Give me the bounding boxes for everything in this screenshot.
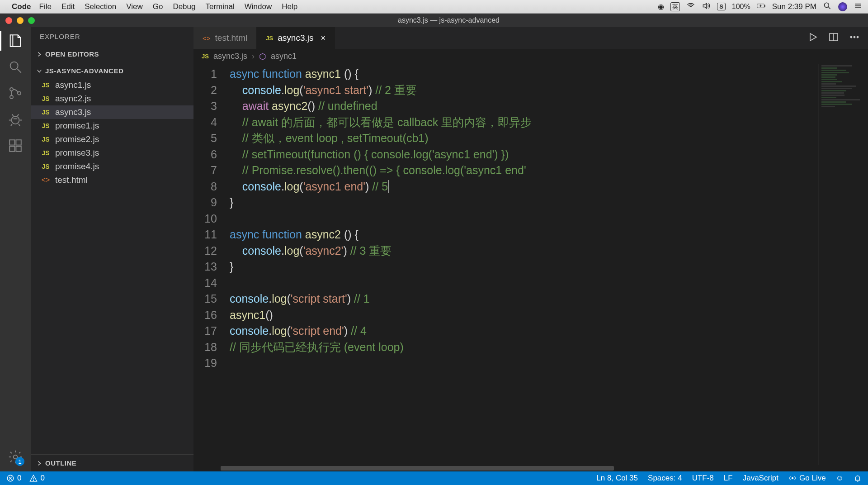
control-center-icon[interactable] bbox=[854, 1, 863, 12]
source-control-icon[interactable] bbox=[7, 85, 24, 101]
file-item[interactable]: JSpromise1.js bbox=[31, 119, 193, 133]
extensions-icon[interactable] bbox=[7, 138, 24, 154]
code-line[interactable]: async function async2 () { bbox=[230, 227, 868, 243]
minimize-window-button[interactable] bbox=[17, 17, 24, 24]
line-number[interactable]: 1 bbox=[193, 66, 217, 82]
line-number[interactable]: 5 bbox=[193, 130, 217, 147]
code-line[interactable]: console.log('async1 end') // 5 bbox=[230, 179, 868, 195]
line-number[interactable]: 13 bbox=[193, 259, 217, 275]
line-number[interactable]: 14 bbox=[193, 275, 217, 291]
warnings-button[interactable]: 0 bbox=[29, 474, 44, 483]
code-editor[interactable]: 12345678910111213141516171819 async func… bbox=[193, 64, 868, 465]
line-number[interactable]: 2 bbox=[193, 82, 217, 99]
line-number[interactable]: 3 bbox=[193, 98, 217, 114]
menu-debug[interactable]: Debug bbox=[173, 2, 195, 11]
battery-icon[interactable] bbox=[757, 1, 766, 12]
app-name[interactable]: Code bbox=[12, 2, 31, 11]
menu-window[interactable]: Window bbox=[245, 2, 272, 11]
go-live-button[interactable]: Go Live bbox=[788, 474, 826, 483]
close-window-button[interactable] bbox=[5, 17, 12, 24]
code-line[interactable]: // 类似，event loop , setTimeout(cb1) bbox=[230, 130, 868, 147]
menu-terminal[interactable]: Terminal bbox=[205, 2, 234, 11]
line-number[interactable]: 4 bbox=[193, 114, 217, 131]
project-section[interactable]: JS-ASYNC-ADVANCED bbox=[31, 65, 193, 76]
code-line[interactable]: await async2() // undefined bbox=[230, 98, 868, 114]
breadcrumb[interactable]: JS async3.js › ⬡ async1 bbox=[193, 49, 868, 64]
open-editors-section[interactable]: OPEN EDITORS bbox=[31, 48, 193, 60]
zoom-window-button[interactable] bbox=[28, 17, 35, 24]
tab[interactable]: JSasync3.js× bbox=[257, 27, 335, 49]
file-item[interactable]: JSpromise4.js bbox=[31, 160, 193, 173]
search-icon[interactable] bbox=[7, 59, 24, 75]
run-icon[interactable] bbox=[807, 32, 818, 44]
line-number[interactable]: 7 bbox=[193, 162, 217, 179]
debug-icon[interactable] bbox=[7, 111, 24, 128]
language-mode[interactable]: JavaScript bbox=[743, 474, 778, 483]
code-line[interactable]: // setTimeout(function () { console.log(… bbox=[230, 147, 868, 163]
settings-icon[interactable]: 1 bbox=[7, 449, 24, 465]
volume-icon[interactable] bbox=[702, 1, 711, 12]
line-number[interactable]: 8 bbox=[193, 179, 217, 195]
horizontal-scrollbar[interactable] bbox=[193, 465, 868, 471]
screenrec-icon[interactable]: ◉ bbox=[658, 2, 664, 11]
code-line[interactable] bbox=[230, 275, 868, 291]
code-line[interactable]: console.log('async2') // 3 重要 bbox=[230, 243, 868, 259]
menu-go[interactable]: Go bbox=[153, 2, 163, 11]
siri-icon[interactable] bbox=[838, 2, 847, 11]
spotlight-icon[interactable] bbox=[823, 1, 832, 12]
code-line[interactable]: async1() bbox=[230, 307, 868, 323]
explorer-icon[interactable] bbox=[7, 33, 24, 49]
line-number[interactable]: 6 bbox=[193, 147, 217, 163]
code-line[interactable]: // await 的后面，都可以看做是 callback 里的内容，即异步 bbox=[230, 114, 868, 131]
menu-file[interactable]: File bbox=[39, 2, 52, 11]
tab[interactable]: <>test.html bbox=[193, 27, 257, 49]
menu-view[interactable]: View bbox=[126, 2, 143, 11]
line-number[interactable]: 18 bbox=[193, 339, 217, 356]
line-number[interactable]: 11 bbox=[193, 227, 217, 243]
menu-help[interactable]: Help bbox=[282, 2, 297, 11]
code-line[interactable]: console.log('script start') // 1 bbox=[230, 291, 868, 307]
clock[interactable]: Sun 2:39 PM bbox=[772, 2, 816, 11]
code-line[interactable] bbox=[230, 355, 868, 371]
code-line[interactable]: // 同步代码已经执行完 (event loop) bbox=[230, 339, 868, 356]
line-number[interactable]: 10 bbox=[193, 211, 217, 227]
code-line[interactable]: async function async1 () { bbox=[230, 66, 868, 82]
feedback-icon[interactable]: ☺ bbox=[836, 474, 844, 483]
line-number[interactable]: 12 bbox=[193, 243, 217, 259]
breadcrumb-symbol[interactable]: async1 bbox=[271, 52, 297, 61]
close-icon[interactable]: × bbox=[321, 33, 326, 43]
split-editor-icon[interactable] bbox=[828, 32, 839, 44]
code-line[interactable]: } bbox=[230, 195, 868, 211]
line-number[interactable]: 9 bbox=[193, 195, 217, 211]
minimap[interactable] bbox=[818, 64, 868, 465]
more-actions-icon[interactable] bbox=[849, 32, 860, 44]
file-item[interactable]: JSasync2.js bbox=[31, 92, 193, 105]
errors-button[interactable]: 0 bbox=[6, 474, 21, 483]
code-line[interactable]: } bbox=[230, 259, 868, 275]
file-item[interactable]: JSasync3.js bbox=[31, 105, 193, 119]
file-item[interactable]: JSasync1.js bbox=[31, 78, 193, 92]
code-line[interactable] bbox=[230, 211, 868, 227]
app-tray-icon[interactable]: S bbox=[717, 3, 726, 10]
line-col[interactable]: Ln 8, Col 35 bbox=[596, 474, 638, 483]
code-line[interactable]: console.log('async1 start') // 2 重要 bbox=[230, 82, 868, 99]
outline-section[interactable]: OUTLINE bbox=[31, 457, 193, 469]
encoding[interactable]: UTF-8 bbox=[692, 474, 714, 483]
file-item[interactable]: JSpromise2.js bbox=[31, 133, 193, 146]
menu-selection[interactable]: Selection bbox=[85, 2, 116, 11]
code-line[interactable]: console.log('script end') // 4 bbox=[230, 323, 868, 339]
breadcrumb-file[interactable]: async3.js bbox=[213, 52, 247, 61]
file-item[interactable]: JSpromise3.js bbox=[31, 146, 193, 160]
line-number[interactable]: 15 bbox=[193, 291, 217, 307]
menu-edit[interactable]: Edit bbox=[61, 2, 75, 11]
line-number[interactable]: 16 bbox=[193, 307, 217, 323]
eol[interactable]: LF bbox=[724, 474, 733, 483]
wifi-icon[interactable] bbox=[686, 1, 695, 12]
line-number[interactable]: 17 bbox=[193, 323, 217, 339]
notifications-icon[interactable] bbox=[854, 474, 862, 483]
indentation[interactable]: Spaces: 4 bbox=[648, 474, 682, 483]
file-item[interactable]: <>test.html bbox=[31, 173, 193, 187]
code-line[interactable]: // Promise.resolve().then(() => { consol… bbox=[230, 162, 868, 179]
line-number[interactable]: 19 bbox=[193, 355, 217, 371]
ime-icon[interactable]: 英 bbox=[670, 2, 680, 11]
